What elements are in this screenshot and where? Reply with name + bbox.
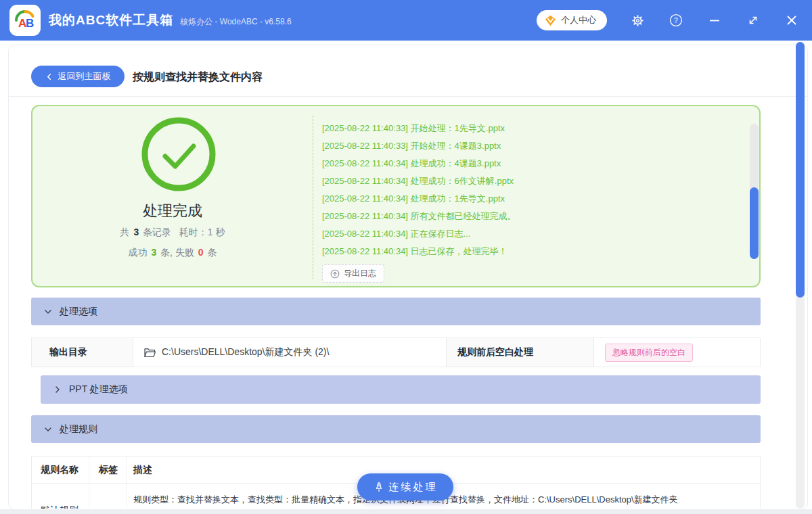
success-label: 成功 (129, 247, 148, 258)
app-subtitle: 核烁办公 - WodeABC - v6.58.6 (180, 16, 292, 28)
chevron-right-icon (53, 386, 62, 394)
log-line: [2025-08-22 11:40:33] 开始处理：1先导文.pptx (322, 120, 742, 137)
output-dir-path: C:\Users\DELL\Desktop\新建文件夹 (2)\ (162, 346, 329, 358)
rule-name-cell: 默认规则 (32, 484, 89, 509)
time-label: 耗时： (179, 227, 208, 237)
log-line: [2025-08-22 11:40:34] 所有文件都已经处理完成。 (322, 208, 742, 225)
total-count: 3 (132, 227, 140, 237)
process-rules-title: 处理规则 (60, 423, 97, 436)
folder-icon (144, 348, 156, 358)
help-button[interactable]: ? (668, 12, 684, 28)
minimize-icon (708, 14, 721, 26)
close-icon (786, 14, 798, 26)
rule-tag-cell (89, 484, 127, 509)
log-line: [2025-08-22 11:40:34] 处理成功：6作文讲解.pptx (322, 172, 742, 190)
col-rule-name: 规则名称 (32, 457, 89, 483)
result-panel: 处理完成 共 3 条记录 耗时：1 秒 成功 3 条, 失败 0 条 [2025… (31, 105, 761, 287)
page-title: 按规则查找并替换文件内容 (133, 70, 263, 85)
fail-count: 0 (197, 247, 205, 258)
success-fail-stats: 成功 3 条, 失败 0 条 (32, 247, 313, 259)
export-log-label: 导出日志 (344, 268, 376, 279)
process-options-title: 处理选项 (60, 306, 97, 318)
status-title: 处理完成 (32, 201, 313, 221)
col-tag: 标签 (89, 457, 127, 483)
back-button-label: 返回到主面板 (58, 70, 111, 83)
gear-icon (631, 14, 645, 28)
topbar-divider (9, 96, 807, 97)
section-header-ppt-options[interactable]: PPT 处理选项 (41, 375, 761, 404)
log-line: [2025-08-22 11:40:34] 处理成功：1先导文.pptx (322, 190, 742, 208)
continue-process-label: 连续处理 (389, 481, 438, 494)
vip-badge-icon (545, 15, 556, 26)
continue-process-button[interactable]: 连续处理 (357, 473, 453, 500)
section-header-process-rules[interactable]: 处理规则 (31, 415, 761, 443)
success-check-icon (139, 115, 218, 193)
svg-text:B: B (26, 17, 34, 30)
success-count: 3 (150, 247, 158, 258)
page-scrollbar-thumb[interactable] (796, 42, 805, 298)
user-center-label: 个人中心 (561, 14, 596, 26)
fail-suffix: 条 (207, 247, 217, 258)
total-suffix: 条记录 (143, 227, 171, 237)
section-header-process-options[interactable]: 处理选项 (31, 298, 761, 325)
minimize-button[interactable] (706, 12, 723, 28)
whitespace-rule-cell: 忽略规则前后的空白 (594, 338, 760, 367)
close-button[interactable] (784, 12, 800, 28)
svg-text:?: ? (674, 17, 678, 24)
titlebar: A B 我的ABC软件工具箱 核烁办公 - WodeABC - v6.58.6 … (0, 0, 812, 41)
chevron-down-icon (44, 425, 52, 434)
output-options-row: 输出目录 C:\Users\DELL\Desktop\新建文件夹 (2)\ 规则… (31, 337, 761, 367)
settings-button[interactable] (629, 12, 646, 28)
window-bottom-edge (0, 509, 812, 514)
page-scrollbar[interactable] (796, 42, 805, 509)
record-stats: 共 3 条记录 耗时：1 秒 (32, 227, 313, 239)
export-icon (330, 269, 340, 279)
fail-label: 条, 失败 (160, 247, 194, 258)
app-logo: A B (9, 5, 41, 36)
back-to-dashboard-button[interactable]: 返回到主面板 (31, 66, 125, 87)
whitespace-rule-label: 规则前后空白处理 (446, 338, 594, 367)
panel-divider (313, 116, 313, 279)
total-prefix: 共 (120, 227, 130, 237)
log-line: [2025-08-22 11:40:34] 处理成功：4课题3.pptx (322, 155, 742, 172)
maximize-button[interactable] (745, 12, 761, 28)
export-log-button[interactable]: 导出日志 (322, 264, 384, 283)
log-list: [2025-08-22 11:40:33] 开始处理：1先导文.pptx [20… (322, 120, 742, 260)
expand-icon (747, 14, 759, 26)
user-center-button[interactable]: 个人中心 (537, 10, 607, 30)
output-dir-value[interactable]: C:\Users\DELL\Desktop\新建文件夹 (2)\ (133, 338, 446, 367)
whitespace-rule-tag[interactable]: 忽略规则前后的空白 (605, 344, 693, 362)
help-icon: ? (669, 14, 683, 27)
log-line: [2025-08-22 11:40:34] 日志已保存，处理完毕！ (322, 243, 742, 260)
ppt-options-title: PPT 处理选项 (69, 383, 128, 396)
log-line: [2025-08-22 11:40:34] 正在保存日志... (322, 225, 742, 243)
chevron-down-icon (44, 308, 52, 316)
chevron-left-icon (45, 73, 53, 80)
log-line: [2025-08-22 11:40:33] 开始处理：4课题3.pptx (322, 137, 742, 155)
result-summary: 处理完成 共 3 条记录 耗时：1 秒 成功 3 条, 失败 0 条 (32, 106, 313, 286)
time-value: 1 秒 (208, 227, 225, 237)
output-dir-label: 输出目录 (32, 338, 133, 367)
log-scrollbar-thumb[interactable] (750, 187, 759, 259)
rocket-icon (374, 482, 384, 492)
app-title: 我的ABC软件工具箱 (49, 11, 173, 29)
log-scrollbar[interactable] (750, 124, 759, 259)
